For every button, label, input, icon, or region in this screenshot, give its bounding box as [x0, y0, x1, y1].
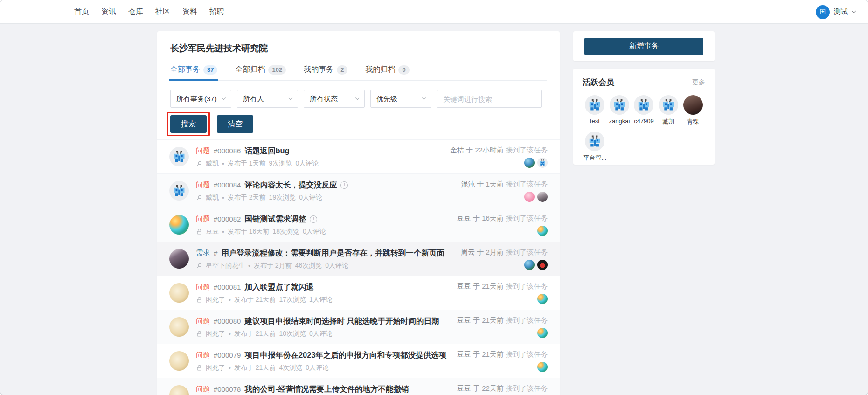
- nav-item-jobs[interactable]: 招聘: [209, 7, 224, 17]
- issues-list: 问题 #000086 话题返回bug ! 臧凯 • 发布于 1天前 9次浏览 0…: [157, 139, 560, 395]
- assign-action: 接到了该任务: [506, 350, 548, 358]
- user-menu[interactable]: 国 测试: [816, 5, 855, 19]
- more-link[interactable]: 更多: [692, 78, 705, 87]
- assignee-name[interactable]: 豆豆: [457, 316, 471, 324]
- globe-avatar[interactable]: [537, 328, 548, 338]
- earth-avatar[interactable]: [524, 260, 535, 270]
- row-avatar[interactable]: [169, 215, 189, 235]
- member-item[interactable]: c47909: [632, 95, 656, 126]
- assignee-avatars: [457, 226, 548, 236]
- row-title[interactable]: 建议项目申报结束时间选择时 只能选晚于开始时间的日期: [244, 316, 439, 326]
- assignee-name[interactable]: 豆豆: [457, 350, 471, 358]
- assignee-name[interactable]: 周云: [461, 248, 475, 256]
- member-avatar[interactable]: [585, 132, 604, 151]
- tab-my-issues[interactable]: 我的事务 2: [304, 65, 347, 75]
- row-title[interactable]: 用户登录流程修改：需要判断用户是否存在，并跳转到一个新页面: [221, 248, 444, 258]
- assign-action: 接到了该任务: [506, 146, 548, 154]
- butterfly-avatar[interactable]: [537, 158, 548, 168]
- row-avatar[interactable]: [169, 351, 189, 371]
- chevron-down-icon: [222, 96, 226, 100]
- row-title[interactable]: 话题返回bug: [244, 146, 289, 156]
- row-title[interactable]: 国链测试需求调整: [244, 214, 306, 224]
- user-avatar[interactable]: 国: [816, 5, 830, 19]
- nav-item-home[interactable]: 首页: [74, 7, 89, 17]
- nav-item-repo[interactable]: 仓库: [128, 7, 143, 17]
- assignee-select[interactable]: 所有人: [237, 90, 298, 108]
- member-item[interactable]: 平台管...: [583, 132, 607, 162]
- key-icon: [196, 194, 202, 201]
- info-icon: !: [310, 215, 317, 223]
- row-title[interactable]: 评论内容太长，提交没反应: [244, 180, 337, 190]
- member-item[interactable]: zangkai: [607, 95, 632, 126]
- row-title[interactable]: 我的公司-经营情况需要上传文件的地方不能撤销: [244, 384, 409, 395]
- lock-open-icon: [196, 365, 202, 371]
- member-item[interactable]: 臧凯: [656, 95, 681, 126]
- assign-action: 接到了该任务: [506, 282, 548, 290]
- row-published: 发布于 2天前: [228, 194, 266, 202]
- globe-avatar[interactable]: [537, 226, 548, 236]
- assignee-name[interactable]: 豆豆: [457, 282, 471, 290]
- row-avatar[interactable]: [169, 147, 189, 166]
- keyword-search-input[interactable]: [437, 90, 542, 108]
- scope-select[interactable]: 所有事务(37): [170, 90, 231, 108]
- row-avatar[interactable]: [169, 283, 189, 303]
- row-meta: 困死了 • 发布于 21天前 17次浏览 1人评论: [196, 296, 333, 304]
- tab-label: 全部归档: [235, 65, 265, 75]
- assignee-name[interactable]: 豆豆: [457, 384, 471, 392]
- row-title[interactable]: 项目申报年份在2023年之后的申报方向和专项都没提供选项: [244, 350, 446, 360]
- issue-row[interactable]: 需求 # 用户登录流程修改：需要判断用户是否存在，并跳转到一个新页面 ! 星空下…: [157, 242, 560, 276]
- tab-all-archived[interactable]: 全部归档 102: [235, 65, 286, 75]
- nav-item-docs[interactable]: 资料: [182, 7, 197, 17]
- tab-all-issues[interactable]: 全部事务 37: [170, 65, 217, 75]
- assignee-avatars: [457, 362, 548, 372]
- row-author: 臧凯: [206, 159, 219, 168]
- row-avatar[interactable]: [169, 181, 189, 201]
- globe-avatar[interactable]: [537, 294, 548, 304]
- assignee-name[interactable]: 金桔: [450, 146, 464, 154]
- row-tag: 问题: [196, 317, 210, 326]
- member-avatar[interactable]: [634, 95, 653, 115]
- issue-row[interactable]: 问题 #000081 加入联盟点了就闪退 ! 困死了 • 发布于 21天前 17…: [157, 276, 560, 310]
- nav-item-community[interactable]: 社区: [155, 7, 170, 17]
- earth-avatar[interactable]: [524, 158, 535, 168]
- tab-count-badge: 2: [337, 65, 347, 75]
- priority-select[interactable]: 优先级: [370, 90, 431, 108]
- issue-row[interactable]: 问题 #000082 国链测试需求调整 ! 豆豆 • 发布于 16天前 18次浏…: [157, 208, 560, 242]
- row-avatar[interactable]: [169, 385, 189, 395]
- issue-row[interactable]: 问题 #000084 评论内容太长，提交没反应 ! 臧凯 • 发布于 2天前 1…: [157, 173, 560, 208]
- girl-avatar[interactable]: [537, 192, 548, 202]
- clear-button[interactable]: 清空: [217, 115, 253, 133]
- assign-time: 于 2月前: [477, 248, 504, 256]
- assignee-avatars: [457, 328, 548, 338]
- member-avatar[interactable]: [585, 95, 604, 115]
- heart-avatar[interactable]: [537, 260, 548, 270]
- member-item[interactable]: 青稞: [681, 95, 705, 126]
- row-title[interactable]: 加入联盟点了就闪退: [244, 282, 314, 292]
- new-issue-button[interactable]: 新增事务: [584, 38, 703, 55]
- assignee-avatars: [461, 192, 548, 202]
- member-avatar[interactable]: [659, 95, 678, 115]
- issue-row[interactable]: 问题 #000079 项目申报年份在2023年之后的申报方向和专项都没提供选项 …: [157, 344, 560, 378]
- row-id: #000079: [214, 351, 241, 359]
- globe-avatar[interactable]: [537, 362, 548, 372]
- assignee-name[interactable]: 混沌: [461, 180, 475, 188]
- issue-row[interactable]: 问题 #000078 我的公司-经营情况需要上传文件的地方不能撤销 ! 困死了 …: [157, 378, 560, 395]
- status-select[interactable]: 所有状态: [304, 90, 365, 108]
- issue-row[interactable]: 问题 #000086 话题返回bug ! 臧凯 • 发布于 1天前 9次浏览 0…: [157, 139, 560, 173]
- row-published: 发布于 16天前: [228, 228, 269, 236]
- member-avatar[interactable]: [683, 95, 703, 115]
- chevron-down-icon: [289, 96, 292, 100]
- row-comments: 1人评论: [309, 296, 333, 304]
- row-avatar[interactable]: [169, 249, 189, 269]
- nav-item-news[interactable]: 资讯: [101, 7, 116, 17]
- tab-my-archived[interactable]: 我的归档 0: [365, 65, 409, 75]
- member-avatar[interactable]: [610, 95, 629, 115]
- pink-avatar[interactable]: [524, 192, 535, 202]
- tab-count-badge: 37: [203, 65, 217, 75]
- search-button[interactable]: 搜索: [170, 115, 207, 133]
- issue-row[interactable]: 问题 #000080 建议项目申报结束时间选择时 只能选晚于开始时间的日期 ! …: [157, 310, 560, 344]
- row-avatar[interactable]: [169, 317, 189, 337]
- row-comments: 0人评论: [303, 228, 326, 236]
- assignee-name[interactable]: 豆豆: [457, 214, 471, 222]
- member-item[interactable]: test: [583, 95, 607, 126]
